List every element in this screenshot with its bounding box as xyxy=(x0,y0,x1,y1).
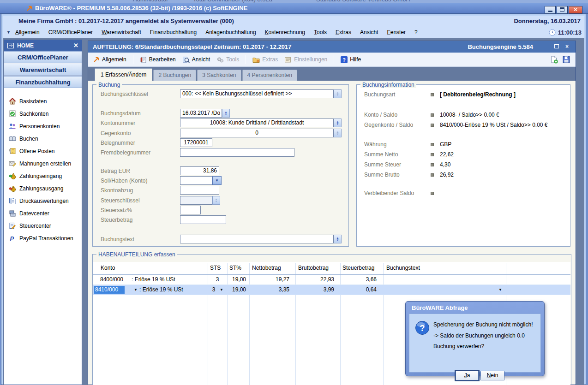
menu-fenster[interactable]: Fenster xyxy=(387,29,406,36)
menu-warenwirtschaft[interactable]: Warenwirtschaft xyxy=(102,29,141,36)
field-label: Gegenkonto xyxy=(101,130,131,136)
dropdown-icon[interactable]: ▼ xyxy=(134,285,138,295)
menu-allgemein[interactable]: Allgemein xyxy=(15,29,40,36)
toolbar-extras[interactable]: Extras xyxy=(252,56,278,63)
buchungstext-input[interactable] xyxy=(180,235,334,243)
menu-extras[interactable]: Extras xyxy=(336,29,351,36)
skontoabzug-input[interactable] xyxy=(180,186,219,195)
close-button[interactable]: × xyxy=(569,6,582,14)
menu-kostenrechnung[interactable]: Kostenrechnung xyxy=(265,29,305,36)
cell-netto[interactable]: 3,35 xyxy=(249,285,289,295)
menu-help[interactable]: ? xyxy=(414,29,418,36)
cell-stpct[interactable]: 19,00 xyxy=(227,285,246,295)
sidebar-item-personenkonten[interactable]: Personenkonten xyxy=(4,120,82,132)
sidebar-item-mahnungen[interactable]: Mahnungen erstellen xyxy=(4,157,82,170)
tab-buchungen[interactable]: 2 Buchungen xyxy=(153,70,196,81)
kontonummer-spinner[interactable]: ▲▼ xyxy=(334,118,342,127)
sidebar-section-crm[interactable]: CRM/OfficePlaner xyxy=(4,51,82,63)
sidebar-item-zahlungseingang[interactable]: Zahlungseingang xyxy=(4,170,82,182)
menu-caret-icon[interactable]: ▼ xyxy=(6,30,11,35)
cell-konto[interactable]: 8400/000 xyxy=(93,275,130,284)
current-date: Donnerstag, 16.03.2017 xyxy=(514,18,581,24)
menu-ansicht[interactable]: Ansicht xyxy=(360,29,378,36)
col-header-sts[interactable]: STS xyxy=(210,265,221,271)
menu-finanzbuchhaltung[interactable]: Finanzbuchhaltung xyxy=(150,29,197,36)
new-document-icon[interactable] xyxy=(550,56,558,64)
cell-stpct[interactable]: 19,00 xyxy=(227,275,246,284)
table-row-selected[interactable]: 8410/000 ▼ : Erlöse 19 % USt 3 ▼ 19,00 3… xyxy=(93,285,570,295)
toolbar-bearbeiten[interactable]: Bearbeiten xyxy=(140,56,176,63)
tab-sachkonten[interactable]: 3 Sachkonten xyxy=(197,70,241,81)
buchungsdatum-input[interactable]: 16.03.2017 /Do xyxy=(180,109,222,118)
sidebar-item-druckauswertungen[interactable]: Druckauswertungen xyxy=(4,195,82,207)
col-header-nettobetrag[interactable]: Nettobetrag xyxy=(252,265,281,271)
toolbar-ansicht[interactable]: Ansicht xyxy=(182,56,210,63)
dropdown-icon[interactable]: ▼ xyxy=(220,285,223,295)
soll-haben-input[interactable] xyxy=(180,176,212,185)
cell-konto-selected[interactable]: 8410/000 xyxy=(94,286,125,294)
maximize-button[interactable] xyxy=(557,6,568,14)
dialog-yes-button[interactable]: Ja xyxy=(456,371,479,380)
toolbar-einstellungen[interactable]: Einstellungen xyxy=(284,56,327,63)
cell-sts[interactable]: 3 xyxy=(208,275,227,284)
gegenkonto-spinner[interactable]: ▲▼ xyxy=(334,129,342,137)
sidebar-section-warenwirtschaft[interactable]: Warenwirtschaft xyxy=(4,64,82,76)
tab-erfassen-aendern[interactable]: 1 Erfassen/Ändern xyxy=(95,68,152,81)
sidebar-close-icon[interactable]: ✕ xyxy=(73,42,78,49)
toolbar-allgemein[interactable]: Allgemein xyxy=(93,56,126,63)
dropdown-icon[interactable]: ▼ xyxy=(498,285,502,295)
window-restore-button[interactable] xyxy=(552,43,560,50)
toolbar-tools[interactable]: Tools xyxy=(216,56,239,63)
cell-sts[interactable]: 3 xyxy=(208,285,220,295)
col-header-steuerbetrag[interactable]: Steuerbetrag xyxy=(342,265,374,271)
cell-brutto[interactable]: 3,99 xyxy=(295,285,334,295)
buchungsschluessel-input[interactable]: 000: << Kein Buchungsschlüssel definiert… xyxy=(180,89,334,98)
tab-personenkonten[interactable]: 4 Personenkonten xyxy=(242,70,297,81)
item-label: Zahlungseingang xyxy=(19,173,62,179)
belegnummer-input[interactable]: 17200001 xyxy=(180,138,212,147)
sidebar-item-zahlungsausgang[interactable]: Zahlungsausgang xyxy=(4,182,82,195)
col-header-stpct[interactable]: ST% xyxy=(229,265,241,271)
save-icon[interactable] xyxy=(563,56,570,63)
sidebar-item-steuercenter[interactable]: Steuercenter xyxy=(4,219,82,232)
toolbar-hilfe[interactable]: ? Hilfe xyxy=(341,56,361,63)
menu-anlagenbuchhaltung[interactable]: Anlagenbuchhaltung xyxy=(205,29,256,36)
table-row[interactable]: 8400/000 : Erlöse 19 % USt 3 19,00 19,27… xyxy=(93,275,570,284)
sidebar-item-offene-posten[interactable]: Offene Posten xyxy=(4,145,82,157)
cell-brutto[interactable]: 22,93 xyxy=(295,275,334,284)
minimize-button[interactable] xyxy=(545,6,556,14)
col-header-buchungstext[interactable]: Buchungstext xyxy=(386,265,420,271)
dialog-no-button[interactable]: Nein xyxy=(480,371,504,380)
fremdbelegnummer-input[interactable] xyxy=(180,148,294,157)
magnifier-icon xyxy=(182,56,190,63)
cell-netto[interactable]: 19,27 xyxy=(249,275,289,284)
gears-icon xyxy=(216,56,224,63)
gegenkonto-input[interactable]: 0 xyxy=(180,129,334,137)
people-icon xyxy=(9,123,16,130)
col-header-konto[interactable]: Konto xyxy=(101,265,115,271)
window-close-button[interactable]: × xyxy=(563,43,571,50)
sidebar-item-datevcenter[interactable]: Datevcenter xyxy=(4,207,82,219)
menu-tools[interactable]: Tools xyxy=(314,29,327,36)
sidebar-item-buchen[interactable]: Buchen xyxy=(4,132,82,145)
buchungsdatum-spinner[interactable]: ▲▼ xyxy=(222,109,230,118)
buchungsschluessel-spinner[interactable]: ▲▼ xyxy=(334,89,342,98)
sidebar-item-basisdaten[interactable]: Basisdaten xyxy=(4,95,82,107)
cell-steuer[interactable]: 3,66 xyxy=(340,275,377,284)
info-label: Summe Brutto xyxy=(364,172,400,178)
steuerschluessel-spinner[interactable]: ▲▼ xyxy=(212,196,220,205)
steuerschluessel-input[interactable] xyxy=(180,196,212,205)
sidebar-item-sachkonten[interactable]: Sachkonten xyxy=(4,107,82,120)
sidebar-item-paypal[interactable]: P PayPal Transaktionen xyxy=(4,232,82,244)
menu-crm-officeplaner[interactable]: CRM/OfficePlaner xyxy=(48,29,93,36)
cell-steuer[interactable]: 0,64 xyxy=(340,285,377,295)
steuerbetrag-input[interactable] xyxy=(180,215,226,224)
steuersatz-input[interactable] xyxy=(180,206,201,214)
buchungstext-spinner[interactable]: ▲▼ xyxy=(334,235,342,243)
sidebar-header[interactable]: HOME ✕ xyxy=(4,40,82,51)
soll-haben-dropdown-button[interactable]: ▼ xyxy=(212,176,222,185)
betrag-input[interactable]: 31,86 xyxy=(180,166,219,175)
sidebar-section-finanzbuchhaltung[interactable]: Finanzbuchhaltung xyxy=(4,76,82,88)
col-header-bruttobetrag[interactable]: Bruttobetrag xyxy=(298,265,329,271)
kontonummer-input[interactable]: 10008: Kunde Drittland / Drittlandstadt xyxy=(180,118,334,127)
